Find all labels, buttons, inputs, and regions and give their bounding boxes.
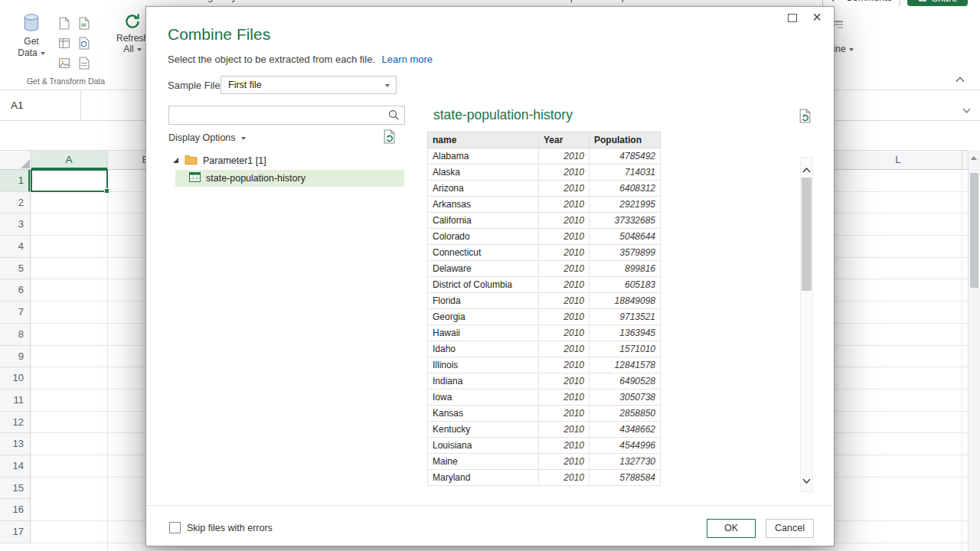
row-header-1[interactable]: 1 (0, 170, 30, 192)
column-header-a[interactable]: A (31, 151, 107, 169)
refresh-preview-icon[interactable] (799, 109, 812, 126)
sheet-grid-left[interactable] (31, 170, 145, 551)
skip-files-checkbox[interactable] (169, 522, 181, 533)
ribbon-tab-home[interactable]: Home (55, 0, 80, 2)
preview-row[interactable]: Colorado20105048644 (428, 229, 661, 245)
existing-connections-icon[interactable] (78, 37, 93, 57)
row-header-4[interactable]: 4 (0, 236, 30, 258)
ribbon-tab-developer[interactable]: Developer (541, 0, 584, 2)
recent-sources-icon[interactable] (78, 17, 93, 37)
cell-name: Illinois (428, 357, 539, 373)
data-types-icon[interactable] (78, 57, 93, 77)
preview-row[interactable]: Idaho20101571010 (428, 341, 661, 357)
preview-row[interactable]: Arkansas20102921995 (428, 197, 661, 213)
cancel-button[interactable]: Cancel (766, 519, 814, 538)
cell-year: 2010 (539, 181, 590, 197)
row-header-10[interactable]: 10 (0, 367, 30, 390)
preview-scrollbar[interactable] (800, 157, 813, 492)
ribbon-tab-data[interactable]: Data (335, 0, 355, 2)
column-header-name[interactable]: name (428, 132, 539, 148)
cell-year: 2010 (539, 438, 590, 454)
row-header-5[interactable]: 5 (0, 258, 30, 280)
preview-row[interactable]: California201037332685 (428, 213, 661, 229)
ok-button[interactable]: OK (707, 519, 756, 538)
preview-row[interactable]: Georgia20109713521 (428, 309, 661, 325)
preview-row[interactable]: Alaska2010714031 (428, 165, 661, 181)
preview-row[interactable]: Florida201018849098 (428, 293, 661, 309)
name-box[interactable]: A1 (0, 90, 81, 120)
row-header-9[interactable]: 9 (0, 346, 30, 368)
formula-bar-expand-button[interactable] (962, 103, 971, 116)
comments-button[interactable]: Comments (822, 0, 900, 6)
row-header-3[interactable]: 3 (0, 214, 30, 236)
from-table-icon[interactable] (58, 37, 74, 57)
preview-row[interactable]: Alabama20104785492 (428, 148, 661, 165)
scrollbar-thumb[interactable] (970, 173, 978, 288)
from-picture-icon[interactable] (58, 57, 74, 77)
from-file-icon[interactable] (58, 17, 74, 37)
column-header-l[interactable]: L (835, 151, 962, 169)
preview-row[interactable]: Delaware2010899816 (428, 261, 661, 277)
refresh-preview-icon[interactable] (383, 129, 396, 147)
row-header-16[interactable]: 16 (0, 499, 30, 521)
display-options-dropdown[interactable]: Display Options (168, 132, 246, 143)
share-button[interactable]: Share (907, 0, 968, 6)
scrollbar-thumb[interactable] (802, 178, 812, 291)
sample-file-dropdown[interactable]: First file (220, 76, 397, 94)
preview-row[interactable]: Illinois201012841578 (428, 357, 661, 373)
scroll-down-icon[interactable] (802, 473, 811, 487)
preview-row[interactable]: Connecticut20103579899 (428, 245, 661, 261)
ribbon-tab-review[interactable]: Review (379, 0, 410, 2)
cell-population: 605183 (590, 277, 661, 293)
row-header-11[interactable]: 11 (0, 390, 30, 412)
preview-row[interactable]: Maryland20105788584 (428, 470, 661, 486)
ribbon-tab-help[interactable]: Help (607, 0, 627, 2)
collapse-ribbon-button[interactable] (956, 72, 965, 86)
row-header-14[interactable]: 14 (0, 455, 30, 478)
row-header-12[interactable]: 12 (0, 412, 30, 434)
selected-cell-a1[interactable] (31, 169, 108, 192)
cell-year: 2010 (539, 277, 590, 293)
ribbon-tab-draw[interactable]: Draw (151, 0, 173, 2)
preview-row[interactable]: Hawaii20101363945 (428, 325, 661, 341)
preview-row[interactable]: District of Columbia2010605183 (428, 277, 661, 293)
learn-more-link[interactable]: Learn more (382, 54, 433, 65)
preview-row[interactable]: Kentucky20104348662 (428, 422, 661, 438)
preview-row[interactable]: Louisiana20104544996 (428, 438, 661, 454)
fill-handle[interactable] (104, 188, 109, 194)
row-header-7[interactable]: 7 (0, 302, 30, 324)
select-all-corner[interactable] (21, 159, 30, 168)
search-input[interactable] (169, 106, 385, 124)
search-icon[interactable] (388, 109, 400, 124)
preview-row[interactable]: Iowa20103050738 (428, 390, 661, 406)
preview-row[interactable]: Indiana20106490528 (428, 373, 661, 390)
close-icon[interactable]: × (808, 7, 826, 28)
scroll-up-icon[interactable] (971, 156, 977, 160)
column-header-year[interactable]: Year (539, 132, 590, 148)
ribbon-tab-insert[interactable]: Insert (104, 0, 128, 2)
tree-folder-label: Parameter1 [1] (203, 155, 266, 166)
preview-row[interactable]: Arizona20106408312 (428, 181, 661, 197)
ribbon-tab-formulas[interactable]: Formulas (273, 0, 312, 2)
scroll-up-icon[interactable] (802, 162, 811, 176)
preview-row[interactable]: Maine20101327730 (428, 454, 661, 470)
restore-window-icon[interactable] (788, 14, 797, 22)
preview-row[interactable]: Kansas20102858850 (428, 406, 661, 422)
row-header-17[interactable]: 17 (0, 521, 30, 543)
ribbon-tab-page-layout[interactable]: Page Layout (196, 0, 250, 2)
column-header-population[interactable]: Population (590, 132, 661, 148)
row-header-8[interactable]: 8 (0, 324, 30, 346)
tree-folder-row[interactable]: Parameter1 [1] (172, 153, 266, 168)
row-header-6[interactable]: 6 (0, 279, 30, 302)
row-header-2[interactable]: 2 (0, 192, 30, 214)
get-data-button[interactable]: Get Data (9, 12, 54, 59)
row-header-15[interactable]: 15 (0, 478, 30, 500)
ribbon-tab-file[interactable]: File (17, 0, 32, 2)
tree-expand-icon[interactable] (172, 155, 179, 166)
ribbon-tab-automate[interactable]: Automate (477, 0, 518, 2)
row-header-13[interactable]: 13 (0, 433, 30, 455)
tree-item-selected[interactable]: state-population-history (175, 170, 404, 187)
sheet-grid-right[interactable] (835, 170, 968, 551)
ribbon-tab-view[interactable]: View (433, 0, 454, 2)
sheet-vertical-scrollbar[interactable] (968, 150, 980, 551)
